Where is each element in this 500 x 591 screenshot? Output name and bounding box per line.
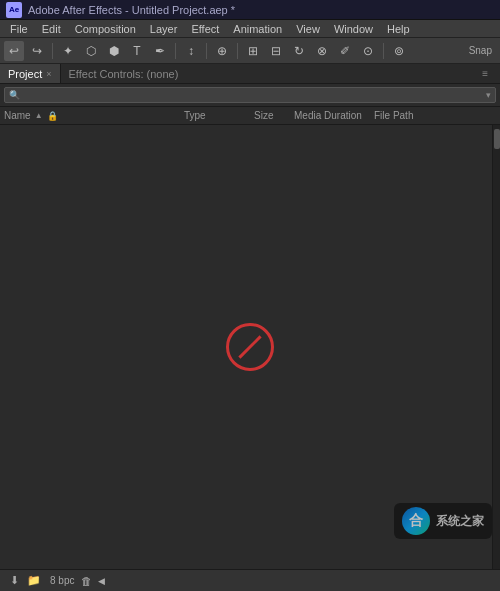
tool-pen[interactable]: ⬡ [81,41,101,61]
menu-effect[interactable]: Effect [185,22,225,36]
import-button[interactable]: ⬇ [6,573,22,589]
watermark: 合 系统之家 [394,503,492,539]
col-name-header: Name ▲ 🔒 [4,110,184,121]
menu-animation[interactable]: Animation [227,22,288,36]
empty-project-icon [226,323,274,371]
project-tab[interactable]: Project × [0,64,61,83]
tool-extra1[interactable]: ⊚ [389,41,409,61]
tool-separator-2 [175,43,176,59]
search-bar: 🔍 ▾ [0,84,500,107]
lock-icon: 🔒 [47,111,58,121]
search-icon: 🔍 [9,90,20,100]
tool-clone[interactable]: ⊙ [358,41,378,61]
col-size-header: Size [254,110,294,121]
column-headers: Name ▲ 🔒 Type Size Media Duration File P… [0,107,500,125]
tool-separator-4 [237,43,238,59]
scrollbar-thumb[interactable] [494,129,500,149]
tool-select[interactable]: ↩ [4,41,24,61]
tool-move[interactable]: ✦ [58,41,78,61]
title-bar: Ae Adobe After Effects - Untitled Projec… [0,0,500,20]
tool-grid[interactable]: ⊞ [243,41,263,61]
watermark-text: 系统之家 [436,513,484,530]
status-bar: ⬇ 📁 8 bpc 🗑 ◀ [0,569,500,591]
tool-camera[interactable]: ⊕ [212,41,232,61]
panel-menu-button[interactable]: ≡ [478,68,492,79]
col-type-header: Type [184,110,254,121]
tool-anchor[interactable]: ⊗ [312,41,332,61]
menu-edit[interactable]: Edit [36,22,67,36]
project-content-area: 合 系统之家 [0,125,500,569]
menu-window[interactable]: Window [328,22,379,36]
trash-button[interactable]: 🗑 [78,573,94,589]
project-tab-close[interactable]: × [46,69,51,79]
menu-view[interactable]: View [290,22,326,36]
tool-shape[interactable]: ⬢ [104,41,124,61]
project-tab-label: Project [8,68,42,80]
watermark-logo: 合 [402,507,430,535]
menu-bar: File Edit Composition Layer Effect Anima… [0,20,500,38]
tool-path[interactable]: ✐ [335,41,355,61]
bpc-display: 8 bpc [50,575,74,586]
tool-pin[interactable]: ↕ [181,41,201,61]
tool-separator-1 [52,43,53,59]
search-input-wrapper[interactable]: 🔍 ▾ [4,87,496,103]
vertical-scrollbar[interactable] [492,125,500,569]
search-dropdown-icon[interactable]: ▾ [486,90,491,100]
effect-controls-label: Effect Controls: (none) [69,68,179,80]
tool-separator-3 [206,43,207,59]
menu-composition[interactable]: Composition [69,22,142,36]
project-panel: 🔍 ▾ Name ▲ 🔒 Type Size Media Duration Fi… [0,84,500,569]
menu-file[interactable]: File [4,22,34,36]
ae-logo-icon: Ae [6,2,22,18]
snap-label: Snap [469,45,496,56]
search-input[interactable] [20,90,486,101]
effect-controls-tab[interactable]: Effect Controls: (none) ≡ [61,64,500,83]
window-title: Adobe After Effects - Untitled Project.a… [28,4,235,16]
tab-row: Project × Effect Controls: (none) ≡ [0,64,500,84]
tool-separator-5 [383,43,384,59]
status-nav-arrow[interactable]: ◀ [98,576,105,586]
col-duration-header: Media Duration [294,110,374,121]
col-filepath-header: File Path [374,110,434,121]
toolbar: ↩ ↪ ✦ ⬡ ⬢ T ✒ ↕ ⊕ ⊞ ⊟ ↻ ⊗ ✐ ⊙ ⊚ Snap [0,38,500,64]
tool-zoom[interactable]: ⊟ [266,41,286,61]
tool-text[interactable]: T [127,41,147,61]
tool-undo[interactable]: ↪ [27,41,47,61]
main-area: Project × Effect Controls: (none) ≡ 🔍 ▾ … [0,64,500,569]
new-folder-button[interactable]: 📁 [26,573,42,589]
sort-arrow-icon[interactable]: ▲ [35,111,43,120]
tool-brush[interactable]: ✒ [150,41,170,61]
menu-help[interactable]: Help [381,22,416,36]
watermark-badge: 合 系统之家 [394,503,492,539]
menu-layer[interactable]: Layer [144,22,184,36]
tool-rotate[interactable]: ↻ [289,41,309,61]
